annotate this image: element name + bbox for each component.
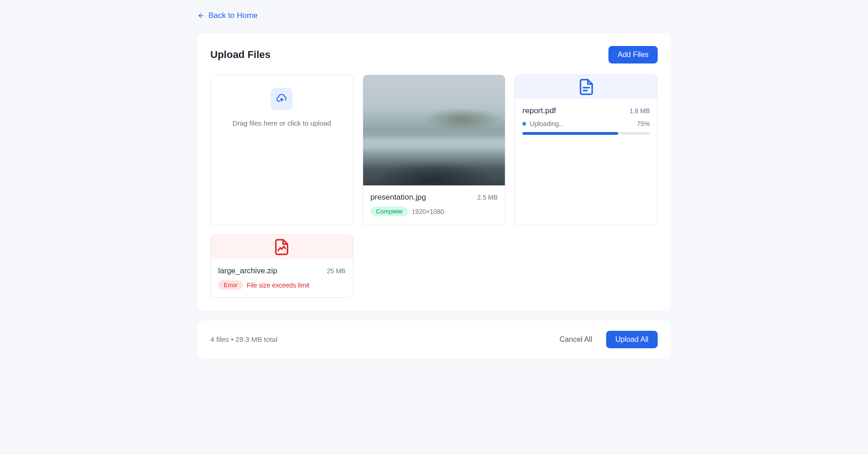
file-size: 2.5 MB xyxy=(477,194,498,201)
upload-panel: Upload Files Add Files Drag files here o… xyxy=(197,33,671,311)
progress-bar xyxy=(522,132,650,135)
uploading-indicator-icon xyxy=(522,122,526,126)
file-name: presentation.jpg xyxy=(370,193,426,202)
upload-all-button[interactable]: Upload All xyxy=(606,331,658,348)
add-files-button[interactable]: Add Files xyxy=(608,46,658,63)
file-card: large_archive.zip 25 MB Error File size … xyxy=(210,235,353,298)
error-message: File size exceeds limit xyxy=(247,282,309,289)
arrow-left-icon xyxy=(197,12,205,19)
upload-progress-percent: 75% xyxy=(637,120,650,127)
cloud-upload-icon xyxy=(271,88,293,110)
upload-status-label: Uploading... xyxy=(530,120,564,127)
file-thumbnail xyxy=(363,75,505,185)
footer-bar: 4 files • 29.3 MB total Cancel All Uploa… xyxy=(197,321,671,358)
file-type-icon-wrap xyxy=(211,235,353,259)
file-size: 25 MB xyxy=(327,267,345,275)
file-summary: 4 files • 29.3 MB total xyxy=(210,335,278,344)
file-card: presentation.jpg 2.5 MB Complete 1920×10… xyxy=(363,75,506,225)
back-link-label: Back to Home xyxy=(208,11,258,20)
broken-file-icon xyxy=(273,238,290,256)
progress-fill xyxy=(522,132,618,135)
dropzone-label: Drag files here or click to upload xyxy=(232,119,331,127)
file-dimensions: 1920×1080 xyxy=(411,208,444,215)
file-type-icon-wrap xyxy=(515,75,657,99)
page-title: Upload Files xyxy=(210,49,271,61)
cancel-all-button[interactable]: Cancel All xyxy=(550,331,602,348)
status-badge: Complete xyxy=(370,207,408,216)
file-size: 1.8 MB xyxy=(630,107,650,115)
file-card: report.pdf 1.8 MB Uploading... 75% xyxy=(515,75,658,225)
dropzone[interactable]: Drag files here or click to upload xyxy=(210,75,353,225)
file-name: report.pdf xyxy=(522,106,556,115)
document-icon xyxy=(578,78,595,96)
status-badge: Error xyxy=(218,280,243,290)
back-to-home-link[interactable]: Back to Home xyxy=(197,11,258,20)
file-name: large_archive.zip xyxy=(218,266,278,276)
